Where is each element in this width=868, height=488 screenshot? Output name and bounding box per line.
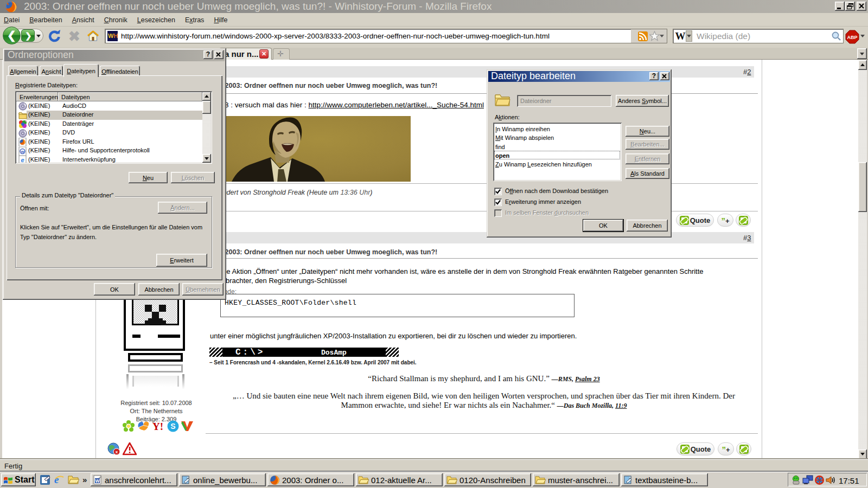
svg-text:e: e bbox=[21, 157, 24, 163]
svg-text:S: S bbox=[170, 422, 175, 431]
svg-text:e: e bbox=[54, 474, 59, 485]
svg-text:W: W bbox=[95, 478, 100, 484]
svg-text:ABP: ABP bbox=[847, 35, 857, 40]
svg-text:Y!: Y! bbox=[152, 421, 163, 432]
svg-text:x: x bbox=[116, 450, 118, 454]
svg-text:w: w bbox=[20, 149, 24, 154]
